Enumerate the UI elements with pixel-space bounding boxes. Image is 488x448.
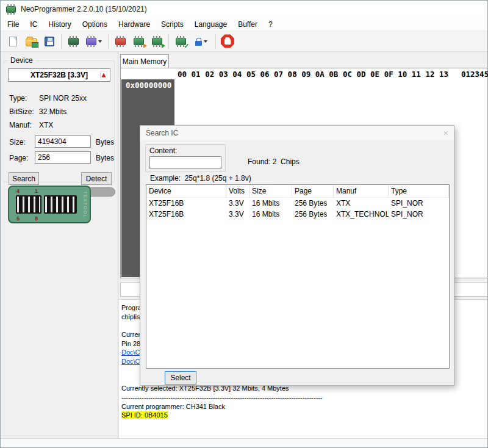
doc-link[interactable]: Doc\C [121, 349, 140, 356]
unprotect-chip-button[interactable] [190, 33, 213, 50]
ascii-column-header: 012345 [461, 70, 488, 79]
col-manuf-header[interactable]: Manuf [334, 185, 389, 197]
manuf-label: Manuf: [9, 121, 32, 129]
table-header-row: Device Volts Size Page Manuf Type [146, 185, 449, 198]
verify-chip-button[interactable]: ✓ [171, 33, 190, 50]
table-row[interactable]: XT25F16B 3.3V 16 Mbits 256 Bytes XTX_TEC… [146, 209, 449, 220]
content-group-box: Content: [145, 144, 226, 172]
write-chip-icon [86, 38, 96, 45]
select-button[interactable]: Select [165, 371, 196, 385]
menu-hardware[interactable]: Hardware [113, 18, 156, 31]
menu-bar: File IC History Options Hardware Scripts… [1, 18, 487, 31]
read-chip-button[interactable] [64, 33, 82, 50]
col-type-header[interactable]: Type [389, 185, 449, 197]
device-name-box[interactable]: XT25F32B [3.3V] [8, 68, 110, 82]
read-ic-button[interactable] [129, 33, 148, 50]
green-arrow-icon [162, 43, 165, 48]
detect-button[interactable]: Detect [81, 172, 112, 185]
search-ic-dialog: Search IC × Content: Found: 2 Chips Exam… [140, 125, 454, 386]
cell-type: SPI_NOR [389, 209, 449, 220]
stop-button[interactable] [218, 33, 237, 50]
toolbar-separator [168, 34, 169, 49]
write-dropdown-arrow-icon[interactable] [98, 40, 102, 43]
write-chip-button[interactable] [82, 33, 106, 50]
menu-buffer[interactable]: Buffer [232, 18, 263, 31]
lock-icon [195, 41, 202, 46]
new-file-button[interactable] [4, 33, 22, 50]
tab-main-memory[interactable]: Main Memory [120, 54, 169, 68]
socket-contact-block [44, 195, 77, 214]
socket-chip-block [16, 195, 41, 214]
pin-number-label: 1 [35, 188, 38, 194]
erase-chip-icon [115, 38, 126, 45]
dialog-close-button[interactable]: × [443, 128, 448, 138]
menu-history[interactable]: History [43, 18, 76, 31]
hex-column-header: 00 01 02 03 04 05 06 07 08 09 0A 0B 0C 0… [178, 70, 448, 79]
cell-size: 16 Mbits [249, 209, 292, 220]
col-volts-header[interactable]: Volts [226, 185, 249, 197]
cell-page: 256 Bytes [292, 198, 334, 209]
example-text: Example: 25q*1.8 (25q + 1.8v) [150, 174, 251, 182]
log-line-spi-id: SPI ID: 0B4015 [121, 411, 487, 420]
col-device-header[interactable]: Device [146, 185, 226, 197]
device-panel: Device XT25F32B [3.3V] Type: SPI NOR 25x… [1, 52, 118, 438]
doc-link[interactable]: Doc\C [121, 358, 140, 365]
erase-chip-button[interactable] [111, 33, 129, 50]
cell-type: SPI_NOR [389, 198, 449, 209]
device-group-box: Device XT25F32B [3.3V] Type: SPI NOR 25x… [4, 60, 115, 182]
write-ic-icon [152, 38, 162, 45]
cell-volts: 3.3V [226, 198, 249, 209]
menu-language[interactable]: Language [189, 18, 232, 31]
socket-brand-label: TEXTOOL [82, 191, 88, 218]
col-page-header[interactable]: Page [292, 185, 334, 197]
menu-help[interactable]: ? [263, 18, 278, 31]
save-buffer-button[interactable] [40, 33, 59, 50]
app-window: NeoProgrammer 2.2.0.10 (15/10/2021) File… [0, 0, 488, 448]
cell-device: XT25F16B [146, 209, 226, 220]
log-separator-line: ----------------------------------------… [121, 393, 487, 402]
socket-body: 4 1 5 8 TEXTOOL [8, 186, 91, 223]
orange-arrow-icon [143, 43, 147, 48]
search-button[interactable]: Search [9, 172, 39, 185]
bitsize-value: 32 Mbits [39, 107, 66, 116]
pin-number-label: 8 [35, 215, 38, 222]
toolbar: ✓ [1, 31, 487, 52]
manuf-value: XTX [39, 121, 53, 129]
window-title: NeoProgrammer 2.2.0.10 (15/10/2021) [21, 5, 147, 13]
dialog-title-bar[interactable]: Search IC × [140, 126, 454, 140]
app-chip-icon [6, 6, 16, 13]
lock-dropdown-arrow-icon[interactable] [204, 40, 207, 43]
open-file-button[interactable] [22, 33, 40, 50]
hex-address: 0x00000000 [121, 79, 174, 90]
menu-ic[interactable]: IC [24, 18, 43, 31]
verify-chip-icon: ✓ [176, 38, 186, 45]
bitsize-label: BitSize: [9, 107, 34, 116]
datasheet-pdf-icon[interactable] [100, 71, 107, 79]
page-input[interactable] [35, 151, 91, 164]
page-unit-label: Bytes [96, 154, 114, 162]
chip-results-table: Device Volts Size Page Manuf Type XT25F1… [146, 184, 450, 369]
menu-options[interactable]: Options [77, 18, 113, 31]
content-label: Content: [149, 146, 177, 155]
log-line-programmer: Current programmer: CH341 Black [121, 402, 487, 411]
cell-manuf: XTX [334, 198, 389, 209]
col-size-header[interactable]: Size [249, 185, 292, 197]
new-file-icon [9, 37, 17, 46]
type-label: Type: [9, 94, 27, 103]
table-row[interactable]: XT25F16B 3.3V 16 Mbits 256 Bytes XTX SPI… [146, 198, 449, 209]
pin-number-label: 5 [16, 215, 20, 222]
chip-socket-graphic: 4 1 5 8 TEXTOOL [4, 185, 117, 226]
check-icon: ✓ [184, 42, 189, 50]
cell-device: XT25F16B [146, 198, 226, 209]
size-unit-label: Bytes [96, 138, 114, 146]
type-value: SPI NOR 25xx [39, 94, 87, 103]
size-input[interactable] [35, 135, 91, 148]
content-search-input[interactable] [149, 156, 221, 169]
dialog-title: Search IC [146, 129, 178, 137]
menu-file[interactable]: File [2, 18, 24, 31]
cell-volts: 3.3V [226, 209, 249, 220]
stop-sign-icon [221, 34, 235, 48]
toolbar-separator [215, 34, 216, 49]
menu-scripts[interactable]: Scripts [156, 18, 189, 31]
write-ic-button[interactable] [148, 33, 166, 50]
